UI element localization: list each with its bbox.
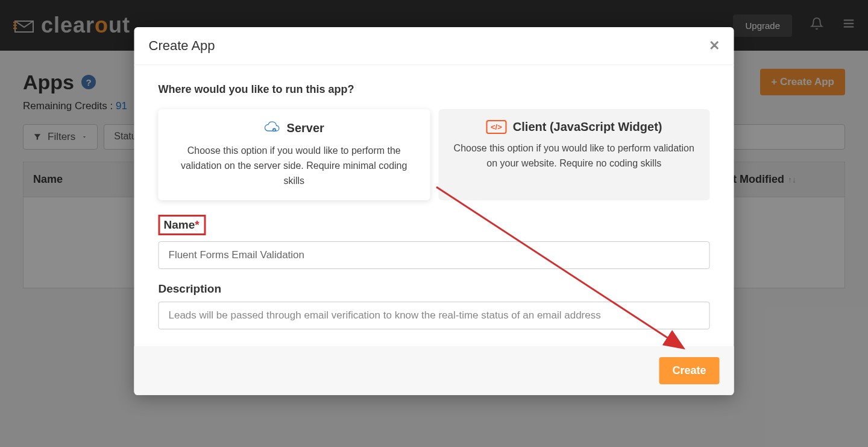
client-option-card[interactable]: </> Client (JavaScript Widget) Choose th…: [438, 109, 710, 200]
cloud-icon: [264, 120, 281, 136]
close-button[interactable]: ✕: [709, 38, 720, 54]
modal-title: Create App: [149, 38, 215, 54]
name-label-highlight: Name*: [159, 215, 206, 235]
server-card-desc: Choose this option if you would like to …: [171, 144, 418, 188]
client-card-title: </> Client (JavaScript Widget): [450, 120, 698, 134]
code-icon: </>: [486, 120, 507, 134]
option-cards: Server Choose this option if you would l…: [159, 109, 710, 200]
name-label: Name*: [164, 218, 200, 232]
name-input[interactable]: [159, 241, 710, 269]
required-asterisk: *: [195, 218, 199, 231]
modal-footer: Create: [134, 346, 734, 395]
create-app-modal: Create App ✕ Where would you like to run…: [134, 27, 734, 395]
server-card-title: Server: [171, 120, 418, 136]
modal-body: Where would you like to run this app? Se…: [134, 65, 734, 346]
description-input[interactable]: [159, 302, 710, 329]
client-card-desc: Choose this option if you would like to …: [450, 141, 698, 171]
create-button[interactable]: Create: [659, 357, 719, 384]
server-option-card[interactable]: Server Choose this option if you would l…: [159, 109, 430, 200]
modal-question: Where would you like to run this app?: [159, 83, 710, 96]
modal-header: Create App ✕: [134, 27, 734, 65]
description-label: Description: [159, 282, 222, 296]
